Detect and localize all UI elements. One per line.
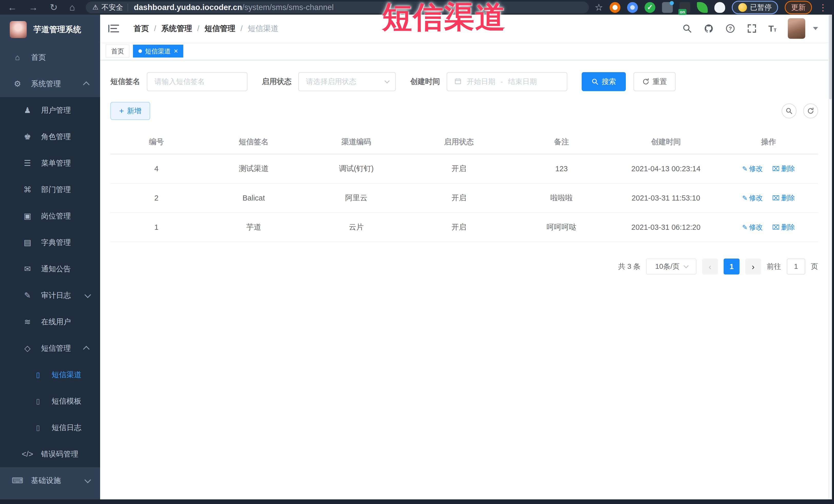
tab-sms-channel[interactable]: 短信渠道 × — [133, 45, 183, 58]
paused-label: 已暂停 — [750, 3, 772, 12]
bookmark-star-icon[interactable]: ☆ — [595, 2, 603, 13]
tab-label: 首页 — [111, 47, 124, 56]
sidebar-item-dict[interactable]: ▤ 字典管理 — [0, 229, 100, 256]
sidebar-item-label: 在线用户 — [41, 317, 71, 327]
not-secure-warning-icon: ⚠ — [92, 3, 98, 11]
add-button-label: 新增 — [127, 106, 141, 116]
edit-link[interactable]: ✎修改 — [742, 193, 763, 202]
browser-back-icon[interactable]: ← — [8, 3, 17, 12]
edit-link[interactable]: ✎修改 — [742, 223, 763, 232]
signature-input[interactable] — [147, 72, 247, 91]
browser-menu-icon[interactable]: ⋮ — [818, 2, 828, 13]
sidebar-item-label: 短信渠道 — [51, 370, 81, 380]
code-icon: </> — [22, 450, 34, 459]
signature-label: 短信签名 — [110, 76, 140, 87]
delete-icon: ⌧ — [772, 165, 780, 173]
add-button[interactable]: + 新增 — [110, 102, 150, 120]
signature-input-field[interactable] — [155, 78, 240, 86]
sidebar-item-notice[interactable]: ✉ 通知公告 — [0, 256, 100, 282]
edit-label: 修改 — [749, 223, 763, 232]
breadcrumb-sms[interactable]: 短信管理 — [204, 23, 235, 34]
sidebar-item-users[interactable]: ♟ 用户管理 — [0, 97, 100, 124]
sidebar-item-sms[interactable]: ◇ 短信管理 — [0, 335, 100, 361]
avatar-caret-icon[interactable] — [813, 27, 818, 30]
sidebar-item-label: 首页 — [31, 52, 46, 63]
sidebar-item-home[interactable]: ⌂ 首页 — [0, 44, 100, 71]
page-size-select[interactable]: 10条/页 — [646, 259, 697, 275]
sidebar-item-label: 系统管理 — [31, 79, 61, 89]
browser-home-icon[interactable]: ⌂ — [69, 3, 75, 12]
chrome-update-button[interactable]: 更新 — [785, 1, 812, 14]
top-navbar: 首页 / 系统管理 / 短信管理 / 短信渠道 ? Tт — [100, 15, 828, 42]
sidebar-item-error-code[interactable]: </> 错误码管理 — [0, 441, 100, 467]
sidebar-item-label: 审计日志 — [41, 290, 71, 301]
header-search-icon[interactable] — [682, 23, 692, 34]
extension-check-icon[interactable]: ✓ — [644, 2, 655, 13]
search-button[interactable]: 搜索 — [582, 72, 626, 91]
delete-link[interactable]: ⌧删除 — [772, 164, 795, 173]
breadcrumb-separator: / — [241, 24, 243, 33]
toggle-search-button[interactable] — [782, 104, 796, 118]
sidebar-item-online-users[interactable]: ≋ 在线用户 — [0, 309, 100, 335]
github-icon[interactable] — [704, 23, 714, 34]
cell-created: 2021-03-31 11:53:10 — [613, 183, 719, 213]
table-header-row: 编号 短信签名 渠道编码 启用状态 备注 创建时间 操作 — [110, 130, 818, 154]
sidebar-item-menus[interactable]: ☰ 菜单管理 — [0, 150, 100, 176]
sidebar-item-infrastructure[interactable]: ⌨ 基础设施 — [0, 467, 100, 494]
sidebar-item-departments[interactable]: ⌘ 部门管理 — [0, 176, 100, 203]
goto-page-field[interactable] — [787, 259, 805, 274]
help-icon[interactable]: ? — [725, 23, 736, 34]
chevron-up-icon — [83, 81, 89, 88]
sidebar-item-label: 短信模板 — [51, 396, 81, 407]
close-tab-icon[interactable]: × — [174, 47, 178, 55]
extension-orange-icon[interactable] — [610, 2, 620, 13]
extension-pin-icon[interactable] — [627, 2, 638, 13]
hamburger-icon[interactable] — [108, 24, 119, 33]
prev-page-button[interactable]: ‹ — [702, 259, 718, 275]
pagination: 共 3 条 10条/页 ‹ 1 › 前往 页 — [110, 259, 818, 275]
refresh-table-button[interactable] — [803, 104, 818, 118]
sidebar-item-sms-log[interactable]: ▯ 短信日志 — [0, 414, 100, 441]
svg-text:?: ? — [729, 25, 732, 31]
window-scrollbar[interactable] — [828, 15, 832, 499]
breadcrumb-home[interactable]: 首页 — [133, 23, 149, 34]
update-label: 更新 — [791, 3, 806, 12]
address-bar[interactable]: ⚠ 不安全 dashboard.yudao.iocoder.cn /system… — [86, 2, 589, 13]
breadcrumb-current: 短信渠道 — [248, 23, 279, 34]
sidebar-item-sms-template[interactable]: ▯ 短信模板 — [0, 388, 100, 414]
user-avatar[interactable] — [788, 18, 805, 39]
current-page-button[interactable]: 1 — [724, 259, 740, 275]
extension-leaf-icon[interactable] — [697, 2, 708, 13]
plus-icon: + — [119, 107, 124, 115]
breadcrumb: 首页 / 系统管理 / 短信管理 / 短信渠道 — [133, 23, 279, 34]
extension-ghost-icon[interactable] — [715, 2, 725, 13]
fullscreen-icon[interactable] — [747, 23, 757, 34]
delete-link[interactable]: ⌧删除 — [772, 193, 795, 202]
sidebar-item-sms-channel[interactable]: ▯ 短信渠道 — [0, 361, 100, 388]
edit-link[interactable]: ✎修改 — [742, 164, 763, 173]
chevron-down-icon — [85, 291, 91, 298]
next-page-button[interactable]: › — [745, 259, 761, 275]
sms-channel-table: 编号 短信签名 渠道编码 启用状态 备注 创建时间 操作 4 测试渠道 调试(钉… — [110, 130, 818, 242]
browser-forward-icon[interactable]: → — [29, 3, 38, 12]
breadcrumb-system[interactable]: 系统管理 — [161, 23, 192, 34]
goto-page-input[interactable] — [787, 259, 805, 275]
sidebar-item-posts[interactable]: ▣ 岗位管理 — [0, 203, 100, 229]
extension-switch-icon[interactable]: on — [679, 2, 690, 13]
sidebar-item-audit-log[interactable]: ✎ 审计日志 — [0, 282, 100, 309]
reset-button[interactable]: 重置 — [634, 72, 676, 91]
scrollbar-thumb[interactable] — [829, 15, 832, 100]
extension-tabs-icon[interactable] — [662, 2, 673, 13]
delete-link[interactable]: ⌧删除 — [772, 223, 795, 232]
sidebar-item-label: 错误码管理 — [41, 449, 78, 459]
tab-home[interactable]: 首页 — [106, 45, 129, 58]
profile-paused-badge[interactable]: 已暂停 — [732, 1, 778, 14]
font-size-icon[interactable]: Tт — [768, 24, 776, 34]
browser-reload-icon[interactable]: ↻ — [50, 3, 58, 12]
app-logo[interactable]: 芋道管理系统 — [0, 15, 100, 44]
sidebar-item-system[interactable]: ⚙ 系统管理 — [0, 71, 100, 97]
logo-rabbit-avatar — [10, 21, 27, 38]
date-range-picker[interactable]: 开始日期 - 结束日期 — [447, 72, 567, 91]
sidebar-item-roles[interactable]: ♚ 角色管理 — [0, 124, 100, 150]
status-select[interactable]: 请选择启用状态 — [298, 72, 396, 91]
